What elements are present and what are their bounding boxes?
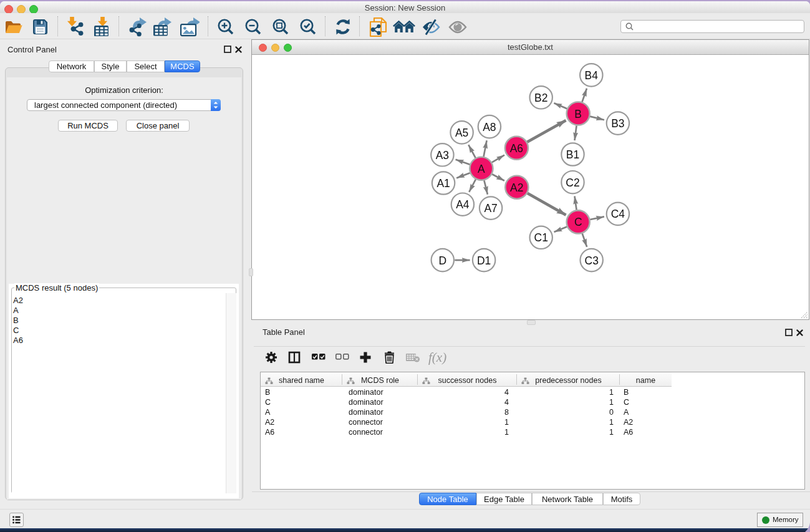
svg-text:D: D (438, 254, 446, 267)
svg-text:C4: C4 (611, 208, 625, 220)
svg-text:B: B (574, 108, 582, 120)
svg-text:A7: A7 (484, 202, 497, 215)
svg-text:B1: B1 (566, 148, 579, 161)
svg-text:C2: C2 (566, 177, 579, 189)
svg-text:B3: B3 (611, 117, 624, 130)
svg-text:C1: C1 (534, 231, 548, 244)
svg-text:A6: A6 (510, 142, 523, 155)
svg-text:A5: A5 (455, 127, 468, 139)
svg-text:A4: A4 (456, 198, 470, 211)
svg-text:B2: B2 (534, 92, 547, 104)
svg-text:A2: A2 (510, 181, 523, 194)
svg-text:C: C (574, 216, 582, 228)
svg-text:D1: D1 (477, 254, 491, 267)
svg-text:A3: A3 (436, 149, 449, 162)
svg-text:A1: A1 (436, 177, 450, 190)
svg-text:C3: C3 (585, 254, 599, 267)
svg-text:A8: A8 (483, 121, 496, 133)
svg-text:B4: B4 (585, 69, 599, 82)
svg-text:A: A (478, 163, 485, 175)
